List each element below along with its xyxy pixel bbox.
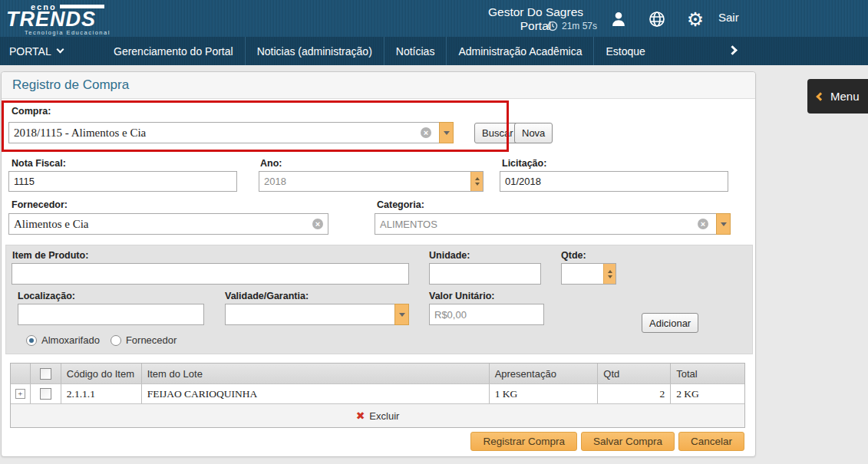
nav-item-noticias[interactable]: Notícias bbox=[384, 37, 447, 65]
radio-almoxarifado[interactable]: Almoxarifado bbox=[26, 334, 100, 346]
compra-value: 2018/1115 - Alimentos e Cia bbox=[14, 127, 146, 140]
cell-codigo: 2.1.1.1 bbox=[61, 384, 142, 403]
compra-combobox[interactable]: 2018/1115 - Alimentos e Cia bbox=[8, 122, 454, 143]
cell-qtd: 2 bbox=[598, 384, 671, 403]
localizacao-input[interactable] bbox=[18, 304, 204, 325]
page-title: Registro de Compra bbox=[12, 77, 129, 93]
excluir-label: Excluir bbox=[369, 410, 399, 422]
header-total[interactable]: Total bbox=[671, 364, 744, 383]
portal-dropdown[interactable]: PORTAL bbox=[9, 37, 63, 65]
cancelar-button[interactable]: Cancelar bbox=[678, 432, 744, 451]
spinner-up-icon bbox=[475, 177, 480, 180]
delete-x-icon bbox=[356, 410, 365, 422]
localizacao-label: Localização: bbox=[18, 291, 75, 301]
ano-spinner[interactable] bbox=[470, 172, 483, 191]
form-actions: Registrar Compra Salvar Compra Cancelar bbox=[470, 432, 744, 451]
valor-unitario-value: R$0,00 bbox=[434, 309, 467, 321]
registrar-compra-button[interactable]: Registrar Compra bbox=[470, 432, 577, 451]
adicionar-button[interactable]: Adicionar bbox=[642, 313, 698, 333]
portal-dropdown-label: PORTAL bbox=[9, 45, 51, 58]
nota-fiscal-value: 1115 bbox=[14, 176, 35, 187]
radio-selected-icon[interactable] bbox=[26, 335, 37, 346]
item-produto-label: Item de Produto: bbox=[12, 250, 88, 261]
select-all-cell bbox=[31, 364, 61, 383]
validade-dropdown[interactable] bbox=[225, 304, 409, 325]
session-timer: 21m 57s bbox=[474, 21, 597, 31]
categoria-value: ALIMENTOS bbox=[380, 219, 437, 230]
licitacao-label: Licitação: bbox=[502, 158, 546, 169]
qtde-spinner[interactable] bbox=[603, 264, 616, 284]
fornecedor-value: Alimentos e Cia bbox=[14, 218, 89, 231]
cell-apresentacao: 1 KG bbox=[490, 384, 599, 403]
licitacao-input[interactable]: 01/2018 bbox=[500, 171, 728, 192]
radio-fornecedor[interactable]: Fornecedor bbox=[111, 334, 177, 346]
menu-button-label: Menu bbox=[830, 90, 860, 103]
item-produto-input[interactable] bbox=[12, 263, 409, 285]
table-row: 2.1.1.1 FEIJAO CARIOQUINHA 1 KG 2 2 KG bbox=[11, 383, 744, 403]
nav-item-administracao-academica[interactable]: Administração Acadêmica bbox=[447, 37, 594, 65]
logout-link[interactable]: Sair bbox=[718, 11, 739, 24]
row-checkbox[interactable] bbox=[40, 388, 51, 400]
header-codigo[interactable]: Código do Item bbox=[61, 364, 142, 383]
menu-button[interactable]: Menu bbox=[807, 79, 868, 114]
nota-fiscal-label: Nota Fiscal: bbox=[12, 158, 66, 169]
clear-icon[interactable] bbox=[421, 127, 431, 138]
categoria-combobox[interactable]: ALIMENTOS bbox=[375, 213, 731, 235]
table-header-row: Código do Item Item do Lote Apresentação… bbox=[11, 364, 744, 383]
globe-icon[interactable] bbox=[647, 9, 667, 29]
app-window: ecno TRENDS Tecnologia Educacional Gesto… bbox=[0, 0, 868, 464]
ano-label: Ano: bbox=[260, 158, 282, 169]
expand-row-icon[interactable] bbox=[15, 389, 25, 399]
spinner-down-icon bbox=[475, 183, 480, 186]
registro-compra-panel: Registro de Compra Compra: 2018/1115 - A… bbox=[1, 71, 756, 457]
chevron-left-icon bbox=[816, 92, 824, 100]
categoria-label: Categoria: bbox=[377, 199, 424, 210]
nav-item-estoque[interactable]: Estoque bbox=[594, 37, 656, 65]
dropdown-arrow-button[interactable] bbox=[394, 304, 409, 325]
logo-main-text: TRENDS bbox=[6, 8, 96, 31]
nav-item-gerenciamento[interactable]: Gerenciamento do Portal bbox=[102, 37, 246, 65]
ano-value: 2018 bbox=[264, 176, 286, 187]
licitacao-value: 01/2018 bbox=[505, 176, 541, 187]
header-qtd[interactable]: Qtd bbox=[598, 364, 671, 383]
items-table: Código do Item Item do Lote Apresentação… bbox=[10, 363, 745, 428]
select-all-checkbox[interactable] bbox=[40, 368, 51, 380]
expand-header-cell bbox=[11, 364, 31, 383]
clock-icon bbox=[547, 21, 558, 31]
chevron-right-icon bbox=[728, 45, 738, 55]
unidade-label: Unidade: bbox=[429, 250, 470, 261]
triangle-down-icon bbox=[721, 222, 727, 226]
radio-unselected-icon[interactable] bbox=[111, 335, 121, 346]
cell-item-lote: FEIJAO CARIOQUINHA bbox=[142, 384, 490, 403]
triangle-down-icon bbox=[399, 313, 405, 317]
qtde-label: Qtde: bbox=[561, 250, 586, 261]
header-apresentacao[interactable]: Apresentação bbox=[490, 364, 599, 383]
nav-item-noticias-admin[interactable]: Noticias (administração) bbox=[246, 37, 384, 65]
compra-label: Compra: bbox=[12, 106, 51, 117]
unidade-input[interactable] bbox=[429, 263, 541, 285]
valor-unitario-input[interactable]: R$0,00 bbox=[429, 304, 544, 325]
nota-fiscal-input[interactable]: 1115 bbox=[8, 171, 237, 192]
salvar-compra-button[interactable]: Salvar Compra bbox=[581, 432, 675, 451]
radio-almoxarifado-label: Almoxarifado bbox=[41, 334, 100, 346]
nav-scroll-right-button[interactable] bbox=[729, 44, 744, 59]
row-select-cell bbox=[31, 384, 61, 403]
spinner-up-icon bbox=[608, 270, 612, 273]
header-item-lote[interactable]: Item do Lote bbox=[142, 364, 490, 383]
fornecedor-input[interactable]: Alimentos e Cia bbox=[8, 213, 328, 235]
clear-icon[interactable] bbox=[312, 219, 323, 229]
gear-icon[interactable] bbox=[685, 9, 705, 29]
qtde-input[interactable] bbox=[561, 263, 616, 285]
top-header-bar: ecno TRENDS Tecnologia Educacional Gesto… bbox=[0, 0, 868, 37]
dropdown-arrow-button[interactable] bbox=[716, 213, 731, 235]
triangle-down-icon bbox=[444, 131, 450, 135]
clear-icon[interactable] bbox=[698, 219, 708, 229]
session-time-value: 21m 57s bbox=[562, 21, 597, 31]
nova-button[interactable]: Nova bbox=[514, 123, 553, 143]
excluir-button[interactable]: Excluir bbox=[11, 403, 744, 427]
expand-cell bbox=[11, 384, 31, 403]
ano-input[interactable]: 2018 bbox=[259, 171, 484, 192]
destino-radio-group: Almoxarifado Fornecedor bbox=[26, 334, 177, 346]
dropdown-arrow-button[interactable] bbox=[439, 122, 454, 143]
user-icon[interactable] bbox=[609, 9, 629, 29]
